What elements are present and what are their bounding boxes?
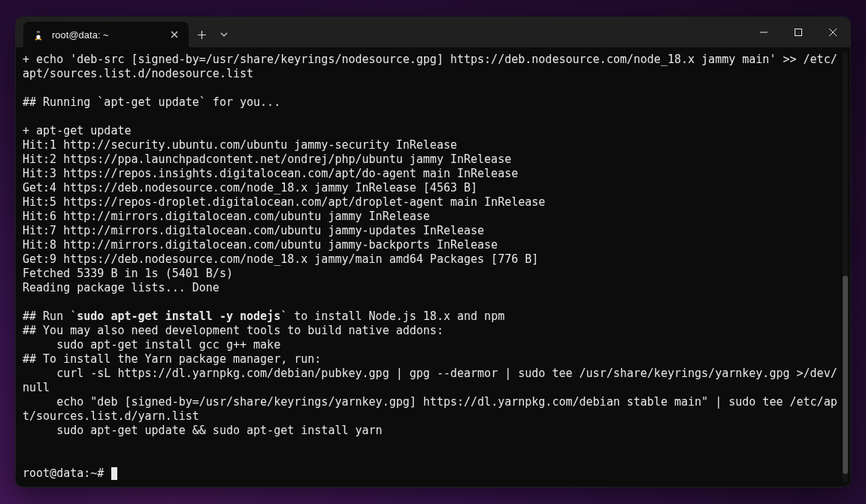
terminal-line: [23, 438, 843, 452]
terminal-line: Hit:3 https://repos.insights.digitalocea…: [23, 167, 843, 181]
cursor: [111, 467, 117, 480]
terminal-line: Hit:5 https://repos-droplet.digitalocean…: [23, 195, 843, 210]
terminal-line: curl -sL https://dl.yarnpkg.com/debian/p…: [23, 367, 843, 395]
terminal-line: sudo apt-get install gcc g++ make: [23, 338, 843, 352]
terminal-line: echo "deb [signed-by=/usr/share/keyrings…: [23, 395, 843, 424]
minimize-button[interactable]: [746, 17, 781, 47]
terminal-line: [23, 110, 843, 124]
prompt-text: root@data:~#: [23, 466, 111, 480]
terminal-line: [23, 81, 843, 95]
new-tab-button[interactable]: [189, 22, 214, 47]
terminal-line: sudo apt-get update && sudo apt-get inst…: [23, 424, 843, 438]
terminal-line: [23, 295, 843, 309]
title-bar[interactable]: root@data: ~: [16, 17, 850, 47]
svg-point-7: [35, 39, 38, 41]
scrollbar-track[interactable]: [843, 52, 848, 482]
terminal-line: ## To install the Yarn package manager, …: [23, 352, 843, 367]
terminal-line: Hit:6 http://mirrors.digitalocean.com/ub…: [23, 210, 843, 224]
terminal-window: root@data: ~ + echo 'deb-src [signed-by=…: [15, 17, 851, 487]
tab-title: root@data: ~: [52, 29, 160, 41]
titlebar-drag-area[interactable]: [234, 17, 746, 47]
terminal-line: ## Running `apt-get update` for you...: [23, 95, 843, 110]
maximize-button[interactable]: [781, 17, 816, 47]
terminal-line: Get:4 https://deb.nodesource.com/node_18…: [23, 181, 843, 195]
terminal-line: Hit:7 http://mirrors.digitalocean.com/ub…: [23, 224, 843, 238]
terminal-line: Get:9 https://deb.nodesource.com/node_18…: [23, 252, 843, 267]
terminal-line: [23, 452, 843, 466]
terminal-line: Hit:2 https://ppa.launchpadcontent.net/o…: [23, 152, 843, 167]
tab-close-button[interactable]: [168, 28, 181, 41]
terminal-line: Hit:8 http://mirrors.digitalocean.com/ub…: [23, 238, 843, 252]
terminal-line: + apt-get update: [23, 124, 843, 138]
terminal-line: ## You may also need development tools t…: [23, 324, 843, 338]
scrollbar-thumb[interactable]: [843, 276, 848, 474]
svg-rect-9: [795, 29, 802, 36]
tab-dropdown-button[interactable]: [214, 22, 234, 47]
terminal-line: Fetched 5339 B in 1s (5401 B/s): [23, 267, 843, 281]
terminal-line: Hit:1 http://security.ubuntu.com/ubuntu …: [23, 138, 843, 152]
prompt-line[interactable]: root@data:~#: [23, 466, 843, 481]
close-button[interactable]: [816, 17, 850, 47]
terminal-line: ## Run `sudo apt-get install -y nodejs` …: [23, 309, 843, 324]
svg-point-5: [38, 32, 38, 32]
terminal-line: Reading package lists... Done: [23, 281, 843, 295]
window-controls: [746, 17, 850, 47]
tab-active[interactable]: root@data: ~: [23, 22, 189, 47]
terminal-viewport[interactable]: + echo 'deb-src [signed-by=/usr/share/ke…: [16, 47, 850, 487]
penguin-icon: [32, 29, 44, 41]
svg-point-6: [39, 32, 40, 32]
terminal-line: + echo 'deb-src [signed-by=/usr/share/ke…: [23, 53, 843, 81]
svg-point-8: [39, 39, 41, 41]
svg-point-2: [36, 35, 40, 40]
